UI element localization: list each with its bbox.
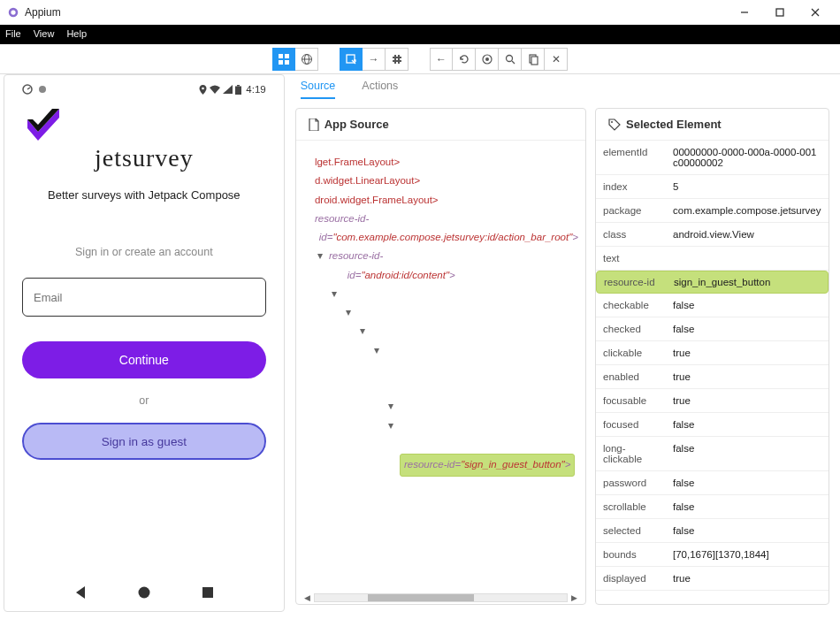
svg-point-1 bbox=[11, 10, 15, 14]
tree-node[interactable]: d.widget.LinearLayout> bbox=[303, 172, 578, 190]
property-row[interactable]: resource-idsign_in_guest_button bbox=[596, 271, 829, 294]
svg-rect-27 bbox=[235, 86, 241, 95]
menu-help[interactable]: Help bbox=[66, 28, 87, 39]
property-row[interactable]: classandroid.view.View bbox=[596, 223, 829, 247]
android-navbar bbox=[22, 577, 266, 602]
window-close[interactable] bbox=[798, 2, 833, 23]
tree-node[interactable]: ▾ resource-id-id="android:id/content"> bbox=[303, 247, 578, 285]
quit-session-button[interactable]: ✕ bbox=[545, 48, 568, 71]
property-row[interactable]: enabledtrue bbox=[596, 365, 829, 389]
scroll-left-icon[interactable]: ◀ bbox=[302, 593, 314, 602]
svg-rect-9 bbox=[285, 60, 289, 65]
view-web-button[interactable] bbox=[295, 48, 318, 71]
menu-file[interactable]: File bbox=[5, 28, 21, 39]
source-tree[interactable]: lget.FrameLayout> d.widget.LinearLayout>… bbox=[296, 141, 585, 592]
property-row[interactable]: elementId00000000-0000-000a-0000-001c000… bbox=[596, 141, 829, 175]
property-row[interactable]: index5 bbox=[596, 175, 829, 199]
android-back-icon[interactable] bbox=[73, 585, 88, 600]
appium-icon bbox=[7, 6, 19, 19]
property-row[interactable]: checkablefalse bbox=[596, 294, 829, 317]
android-home-icon[interactable] bbox=[136, 585, 152, 600]
copy-xml-button[interactable] bbox=[522, 48, 545, 71]
tab-actions[interactable]: Actions bbox=[362, 80, 398, 99]
tree-node[interactable]: ▾ bbox=[303, 285, 578, 303]
property-row[interactable]: scrollablefalse bbox=[596, 495, 829, 519]
property-row[interactable]: packagecom.example.compose.jetsurvey bbox=[596, 199, 829, 223]
property-row[interactable]: passwordfalse bbox=[596, 471, 829, 495]
svg-point-19 bbox=[485, 57, 489, 61]
android-recent-icon[interactable] bbox=[200, 585, 216, 600]
continue-button[interactable]: Continue bbox=[22, 341, 266, 378]
svg-rect-14 bbox=[394, 55, 396, 64]
svg-point-25 bbox=[39, 86, 46, 93]
back-button[interactable]: ← bbox=[430, 48, 453, 71]
view-native-button[interactable] bbox=[272, 48, 295, 71]
tree-node[interactable] bbox=[303, 435, 578, 454]
svg-rect-28 bbox=[237, 85, 240, 87]
tree-node[interactable]: lget.FrameLayout> bbox=[303, 153, 578, 172]
svg-point-26 bbox=[202, 87, 205, 89]
search-button[interactable] bbox=[499, 48, 522, 71]
svg-rect-7 bbox=[285, 54, 289, 58]
location-icon bbox=[199, 85, 207, 95]
property-row[interactable]: long-clickablefalse bbox=[596, 437, 829, 471]
clock-text: 4:19 bbox=[246, 84, 265, 95]
tap-coords-button[interactable] bbox=[386, 48, 409, 71]
dot-icon bbox=[38, 85, 47, 94]
property-row[interactable]: bounds[70,1676][1370,1844] bbox=[596, 543, 829, 567]
tree-node[interactable] bbox=[303, 360, 578, 378]
tree-node[interactable]: ▾ bbox=[303, 397, 578, 416]
property-row[interactable]: focusedfalse bbox=[596, 413, 829, 437]
tree-node[interactable]: resource-id-id="com.example.compose.jets… bbox=[303, 210, 578, 248]
tree-node[interactable] bbox=[303, 477, 578, 495]
or-label: or bbox=[22, 394, 266, 407]
window-title: Appium bbox=[25, 6, 727, 19]
select-element-button[interactable] bbox=[340, 48, 363, 71]
tree-hscrollbar[interactable]: ◀ ▶ bbox=[296, 592, 585, 604]
svg-point-20 bbox=[506, 55, 512, 61]
tree-node[interactable]: resource-id="sign_in_guest_button"> bbox=[303, 454, 578, 476]
circle-icon bbox=[22, 84, 33, 95]
svg-point-29 bbox=[138, 587, 149, 599]
svg-rect-30 bbox=[202, 587, 213, 598]
window-minimize[interactable] bbox=[727, 2, 762, 23]
svg-rect-16 bbox=[393, 57, 401, 58]
scroll-thumb[interactable] bbox=[368, 594, 474, 601]
svg-rect-15 bbox=[398, 55, 400, 64]
window-maximize[interactable] bbox=[762, 2, 798, 23]
property-row[interactable]: displayedtrue bbox=[596, 567, 829, 591]
inspector-tabs: Source Actions bbox=[288, 74, 836, 99]
property-row[interactable]: text bbox=[596, 247, 829, 271]
signal-icon bbox=[223, 85, 233, 94]
properties-table[interactable]: elementId00000000-0000-000a-0000-001c000… bbox=[596, 141, 829, 604]
record-button[interactable] bbox=[476, 48, 499, 71]
app-source-panel: App Source lget.FrameLayout> d.widget.Li… bbox=[295, 108, 586, 605]
property-row[interactable]: focusabletrue bbox=[596, 389, 829, 413]
svg-rect-8 bbox=[279, 60, 283, 65]
tree-node[interactable]: ▾ bbox=[303, 303, 578, 322]
refresh-button[interactable] bbox=[453, 48, 476, 71]
tab-source[interactable]: Source bbox=[301, 80, 336, 99]
property-row[interactable]: clickabletrue bbox=[596, 341, 829, 365]
selected-element-panel: Selected Element elementId00000000-0000-… bbox=[595, 108, 829, 605]
tree-node[interactable] bbox=[303, 495, 578, 514]
swipe-button[interactable]: → bbox=[363, 48, 386, 71]
sign-in-guest-button[interactable]: Sign in as guest bbox=[22, 423, 266, 460]
tree-node[interactable]: ▾ bbox=[303, 341, 578, 360]
menu-view[interactable]: View bbox=[34, 28, 55, 39]
scroll-right-icon[interactable]: ▶ bbox=[568, 593, 580, 602]
battery-icon bbox=[235, 85, 241, 95]
property-row[interactable]: checkedfalse bbox=[596, 317, 829, 341]
wifi-icon bbox=[210, 85, 220, 94]
scroll-track[interactable] bbox=[314, 593, 568, 602]
app-logo bbox=[22, 103, 266, 142]
tree-node[interactable]: ▾ bbox=[303, 322, 578, 340]
brand-text: jetsurvey bbox=[22, 144, 266, 172]
tree-node[interactable] bbox=[303, 378, 578, 397]
tree-node[interactable]: droid.widget.FrameLayout> bbox=[303, 191, 578, 210]
email-field[interactable] bbox=[22, 278, 266, 317]
svg-rect-17 bbox=[393, 60, 401, 62]
tree-node[interactable]: ▾ bbox=[303, 416, 578, 435]
property-row[interactable]: selectedfalse bbox=[596, 519, 829, 543]
device-screenshot[interactable]: 4:19 jetsurvey Better surveys with Jetpa… bbox=[4, 74, 285, 612]
